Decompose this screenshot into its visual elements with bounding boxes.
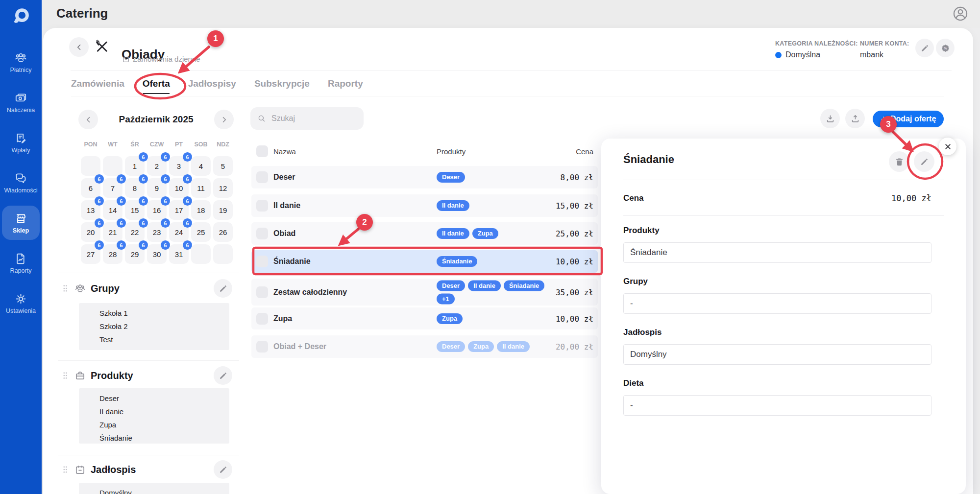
list-item[interactable]: Zupa [99,418,229,431]
calendar-day-cell[interactable]: 19 [213,200,233,220]
calendar-day-cell[interactable]: 12 [213,178,233,198]
row-checkbox[interactable] [256,228,268,239]
badge-percent-icon[interactable]: % [936,39,955,57]
column-header-products: Produkty [437,147,466,156]
calendar-day-cell[interactable]: 11 [191,178,211,198]
calendar-day-cell[interactable]: 5 [213,156,233,176]
calendar-day-cell[interactable]: 226 [125,222,145,242]
section-divider [58,360,239,361]
calendar-day-cell[interactable]: 316 [169,244,189,264]
list-item[interactable]: Szkoła 2 [99,320,229,333]
tab-jad-ospisy[interactable]: Jadłospisy [188,78,236,94]
calendar-day-cell[interactable]: 25 [191,222,211,242]
download-button[interactable] [820,109,840,128]
field-value-grupy[interactable]: - [623,293,931,314]
calendar-day-cell[interactable]: 136 [81,200,100,220]
sidebar-item-reports[interactable]: Raporty [2,246,40,280]
calendar-day-cell[interactable]: 18 [191,200,211,220]
calendar-day-cell[interactable]: 66 [81,178,100,198]
calendar-day-cell[interactable]: 16 [125,156,145,176]
calendar-day-cell[interactable]: 206 [81,222,100,242]
calendar-day-cell[interactable]: 176 [169,200,189,220]
field-label-jad-ospis: Jadłospis [623,328,931,337]
row-checkbox[interactable] [256,200,268,212]
field-label-produkty: Produkty [623,226,931,235]
sidebar-item-shop[interactable]: Sklep [2,206,40,240]
list-item[interactable]: Śniadanie [99,431,229,445]
section-list-grupy: Szkoła 1Szkoła 2Test [79,303,229,350]
table-row--niadanie[interactable]: ŚniadanieŚniadanie10,00 zł [251,250,598,273]
sidebar-item-settings[interactable]: Ustawienia [2,286,40,320]
sidebar-item-billing[interactable]: Naliczenia [2,85,40,119]
offers-table: Nazwa Produkty Cena DeserDeser8,00 złII … [251,143,598,161]
row-checkbox[interactable] [256,171,268,183]
calendar-day-name: ŚR [125,141,145,148]
calendar-day-badge: 6 [161,196,170,206]
close-panel-button[interactable] [939,138,956,155]
calendar-prev-button[interactable] [78,110,98,129]
row-checkbox[interactable] [256,256,268,267]
panel-edit-button[interactable] [914,151,934,172]
table-row-zestaw-ca-odzienny[interactable]: Zestaw całodziennyDeserII danieŚniadanie… [251,279,598,306]
user-avatar-icon[interactable] [952,5,969,22]
calendar-day-cell[interactable]: 156 [125,200,145,220]
calendar-day-cell[interactable]: 76 [103,178,122,198]
calendar-day-number: 13 [87,206,95,214]
row-checkbox[interactable] [256,286,268,298]
tab-subskrypcje[interactable]: Subskrypcje [254,78,310,94]
calendar-day-cell[interactable]: 36 [169,156,189,176]
list-item[interactable]: II danie [99,405,229,418]
field-value-produkty[interactable]: Śniadanie [623,242,931,263]
search-input[interactable] [270,114,351,123]
row-checkbox[interactable] [256,341,268,353]
section-edit-button-grupy[interactable] [214,279,232,298]
field-value-jad-ospis[interactable]: Domyślny [623,344,931,365]
groups-icon [74,283,86,294]
calendar-next-button[interactable] [214,110,234,129]
list-item[interactable]: Test [99,333,229,346]
column-header-name: Nazwa [273,147,296,156]
section-edit-button-produkty[interactable] [214,366,232,385]
row-name: II danie [273,201,300,210]
calendar-day-cell[interactable]: 166 [147,200,167,220]
calendar-day-cell[interactable]: 4 [191,156,211,176]
sidebar-item-payers[interactable]: Płatnicy [2,45,40,79]
calendar-day-cell[interactable]: 246 [169,222,189,242]
calendar-day-cell[interactable]: 26 [213,222,233,242]
field-value-dieta[interactable]: - [623,395,931,416]
calendar-day-cell[interactable]: 96 [147,178,167,198]
sidebar-item-payments[interactable]: Wpłaty [2,125,40,160]
section-edit-button-jad-ospis[interactable] [214,460,232,479]
brand-logo [10,6,32,28]
edit-page-button[interactable] [915,39,934,57]
more-products-pill: +1 [437,293,455,304]
row-checkbox[interactable] [256,313,268,325]
calendar-day-cell[interactable]: 306 [147,244,167,264]
tab-raporty[interactable]: Raporty [328,78,363,94]
calendar-day-cell[interactable]: 286 [103,244,122,264]
list-item[interactable]: Deser [99,392,229,405]
upload-button[interactable] [845,109,865,128]
back-button[interactable] [69,37,89,57]
delete-button[interactable] [889,151,909,172]
table-row-zupa[interactable]: ZupaZupa10,00 zł [251,307,598,329]
list-item[interactable]: Szkoła 1 [99,306,229,320]
list-item[interactable]: Domyślny [99,486,229,494]
select-all-checkbox[interactable] [256,145,268,157]
tab-oferta[interactable]: Oferta [143,78,170,94]
tab-zam-wienia[interactable]: Zamówienia [71,78,124,94]
table-row-deser[interactable]: DeserDeser8,00 zł [251,166,598,188]
calendar-day-cell[interactable]: 146 [103,200,122,220]
table-row-obiad-deser[interactable]: Obiad + DeserDeserZupaII danie20,00 zł [251,335,598,358]
sidebar-item-messages[interactable]: Wiadomości [2,165,40,200]
calendar-day-cell[interactable]: 236 [147,222,167,242]
topbar: Catering [42,0,980,28]
calendar-day-cell[interactable]: 86 [125,178,145,198]
table-row-ii-danie[interactable]: II danieII danie15,00 zł [251,194,598,217]
calendar-day-cell[interactable]: 26 [147,156,167,176]
calendar-day-cell[interactable]: 276 [81,244,100,264]
calendar-day-cell[interactable]: 106 [169,178,189,198]
calendar-day-cell[interactable]: 216 [103,222,122,242]
table-row-obiad[interactable]: ObiadII danieZupa25,00 zł [251,222,598,245]
calendar-day-cell[interactable]: 296 [125,244,145,264]
